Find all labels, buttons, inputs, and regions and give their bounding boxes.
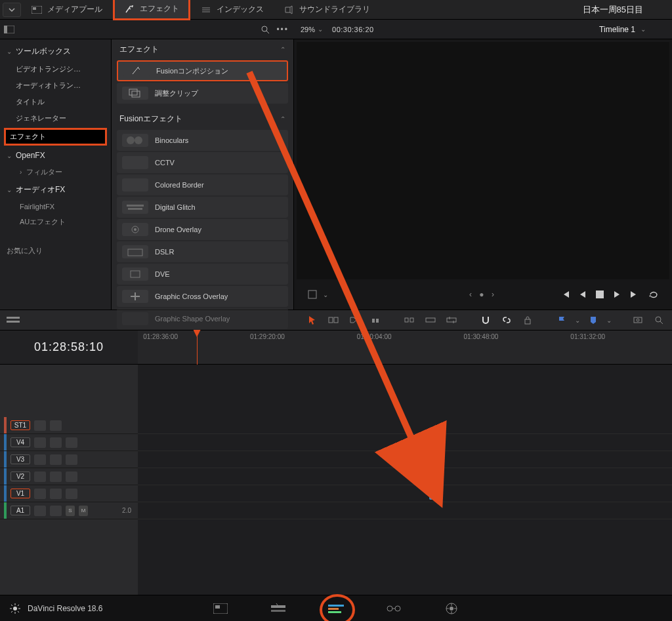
sidebar-item-titles[interactable]: タイトル bbox=[0, 94, 111, 110]
fx-item-digital-glitch[interactable]: Digital Glitch bbox=[117, 197, 288, 218]
chevron-down-icon[interactable]: ⌄ bbox=[606, 317, 612, 324]
mute-icon[interactable]: M bbox=[79, 506, 88, 516]
sidebar-item-video-trans[interactable]: ビデオトランジシ… bbox=[0, 61, 111, 77]
marker-icon[interactable] bbox=[585, 312, 601, 328]
panel-layout-icon[interactable] bbox=[4, 26, 14, 33]
trim-tool-icon[interactable] bbox=[326, 312, 341, 328]
sidebar-item-effects[interactable]: エフェクト bbox=[4, 128, 107, 146]
lock-icon[interactable] bbox=[34, 471, 46, 482]
auto-select-icon[interactable] bbox=[50, 437, 62, 448]
fx-item-adjustment-clip[interactable]: 調整クリップ bbox=[117, 83, 288, 104]
tab-media-pool[interactable]: メディアプール bbox=[22, 0, 112, 20]
sidebar-item-audio-trans[interactable]: オーディオトラン… bbox=[0, 77, 111, 94]
lock-icon[interactable] bbox=[520, 312, 536, 328]
fx-item-colored-border[interactable]: Colored Border bbox=[117, 174, 288, 195]
section-audiofx[interactable]: ⌄ オーディオFX bbox=[0, 180, 111, 199]
fx-header-fusion[interactable]: Fusionエフェクト ⌃ bbox=[112, 109, 293, 129]
prev-frame-icon[interactable] bbox=[579, 290, 587, 299]
index-icon bbox=[201, 6, 211, 14]
link-icon[interactable] bbox=[499, 312, 514, 328]
fx-item-dve[interactable]: DVE bbox=[117, 264, 288, 285]
video-icon[interactable] bbox=[66, 489, 77, 499]
viewer-stage[interactable] bbox=[297, 42, 669, 279]
lock-icon[interactable] bbox=[34, 437, 46, 448]
glitch-icon bbox=[122, 201, 148, 214]
track-header-v1[interactable]: V1 bbox=[0, 485, 138, 502]
tab-effects[interactable]: エフェクト bbox=[113, 0, 190, 20]
tab-sound-library[interactable]: サウンドライブラリ bbox=[274, 0, 379, 20]
page-fusion-icon[interactable] bbox=[385, 599, 403, 618]
timeline-tracks-area[interactable] bbox=[138, 365, 672, 595]
dynamic-trim-icon[interactable] bbox=[346, 312, 362, 328]
chevron-down-icon: ⌄ bbox=[7, 48, 12, 55]
zoom-detail-icon[interactable] bbox=[651, 312, 667, 328]
fx-item-cctv[interactable]: CCTV bbox=[117, 152, 288, 173]
fx-item-graphic-shape[interactable]: Graphic Shape Overlay bbox=[117, 308, 288, 329]
video-icon[interactable] bbox=[66, 437, 77, 448]
insert-clip-icon[interactable] bbox=[402, 312, 417, 328]
last-frame-icon[interactable] bbox=[630, 290, 639, 299]
fx-item-fusion-composition[interactable]: Fusionコンポジション bbox=[117, 60, 288, 81]
lock-icon[interactable] bbox=[34, 420, 46, 431]
timeline-selector[interactable]: Timeline 1 ⌄ bbox=[599, 25, 672, 34]
tab-index[interactable]: インデックス bbox=[192, 0, 273, 20]
page-media-icon[interactable] bbox=[211, 599, 230, 618]
fx-item-binoculars[interactable]: Binoculars bbox=[117, 130, 288, 151]
subtitle-icon[interactable] bbox=[50, 420, 62, 431]
marker-nav[interactable]: ‹ ● › bbox=[469, 290, 497, 299]
track-header-v3[interactable]: V3 bbox=[0, 451, 138, 468]
sidebar-item-fairlightfx[interactable]: FairlightFX bbox=[0, 199, 111, 214]
section-openfx[interactable]: ⌄ OpenFX bbox=[0, 147, 111, 164]
fx-item-drone-overlay[interactable]: Drone Overlay bbox=[117, 219, 288, 240]
lock-icon[interactable] bbox=[34, 506, 46, 516]
page-tabs-bar: DaVinci Resolve 18.6 bbox=[0, 595, 672, 621]
section-toolbox[interactable]: ⌄ ツールボックス bbox=[0, 42, 111, 61]
chevron-down-icon[interactable]: ⌄ bbox=[575, 317, 580, 324]
track-header-v2[interactable]: V2 bbox=[0, 468, 138, 485]
page-cut-icon[interactable] bbox=[269, 599, 287, 618]
page-color-icon[interactable] bbox=[442, 599, 461, 618]
page-edit-icon[interactable] bbox=[327, 599, 345, 618]
play-icon[interactable] bbox=[613, 290, 621, 299]
track-header-st1[interactable]: ST1 bbox=[0, 417, 138, 434]
chevron-down-icon[interactable]: ⌄ bbox=[323, 291, 328, 298]
timeline-view-icon[interactable] bbox=[5, 312, 21, 328]
track-header-a1[interactable]: A1SM2.0 bbox=[0, 502, 138, 519]
workspace-dropdown[interactable] bbox=[3, 3, 21, 17]
auto-select-icon[interactable] bbox=[50, 489, 62, 499]
zoom-fit-icon[interactable] bbox=[630, 312, 646, 328]
fusion-clip[interactable] bbox=[429, 489, 440, 500]
blade-tool-icon[interactable] bbox=[368, 312, 383, 328]
lock-icon[interactable] bbox=[34, 489, 46, 499]
fx-item-dslr[interactable]: DSLR bbox=[117, 241, 288, 262]
video-icon[interactable] bbox=[66, 454, 77, 465]
auto-select-icon[interactable] bbox=[50, 454, 62, 465]
overwrite-clip-icon[interactable] bbox=[423, 312, 438, 328]
auto-select-icon[interactable] bbox=[50, 471, 62, 482]
loop-icon[interactable] bbox=[648, 290, 659, 299]
replace-clip-icon[interactable] bbox=[444, 312, 459, 328]
options-menu[interactable]: ••• bbox=[276, 25, 289, 34]
solo-icon[interactable]: S bbox=[66, 506, 75, 516]
stop-icon[interactable] bbox=[596, 290, 604, 298]
arrow-tool-icon[interactable] bbox=[304, 312, 320, 328]
lock-icon[interactable] bbox=[34, 454, 46, 465]
auto-select-icon[interactable] bbox=[50, 506, 62, 516]
viewer-timecode[interactable]: 00:30:36:20 bbox=[332, 26, 374, 33]
search-icon[interactable] bbox=[261, 25, 270, 34]
fx-header-effects[interactable]: エフェクト ⌃ bbox=[112, 39, 293, 59]
sidebar-item-filter[interactable]: › フィルター bbox=[0, 164, 111, 180]
transform-icon[interactable] bbox=[307, 289, 318, 300]
sidebar-item-au-effects[interactable]: AUエフェクト bbox=[0, 214, 111, 230]
timeline-ruler[interactable]: 01:28:36:00 01:29:20:00 01:30:04:00 01:3… bbox=[138, 331, 672, 364]
snap-icon[interactable] bbox=[478, 312, 494, 328]
fx-item-graphic-cross[interactable]: Graphic Cross Overlay bbox=[117, 286, 288, 307]
first-frame-icon[interactable] bbox=[560, 290, 570, 299]
playhead-timecode[interactable]: 01:28:58:10 bbox=[0, 331, 138, 364]
sidebar-item-generators[interactable]: ジェネレーター bbox=[0, 110, 111, 127]
zoom-control[interactable]: 29% ⌄ bbox=[301, 26, 323, 33]
track-header-v4[interactable]: V4 bbox=[0, 434, 138, 451]
transport-bar: ⌄ ‹ ● › bbox=[294, 283, 672, 306]
video-icon[interactable] bbox=[66, 471, 77, 482]
flag-icon[interactable] bbox=[554, 312, 570, 328]
